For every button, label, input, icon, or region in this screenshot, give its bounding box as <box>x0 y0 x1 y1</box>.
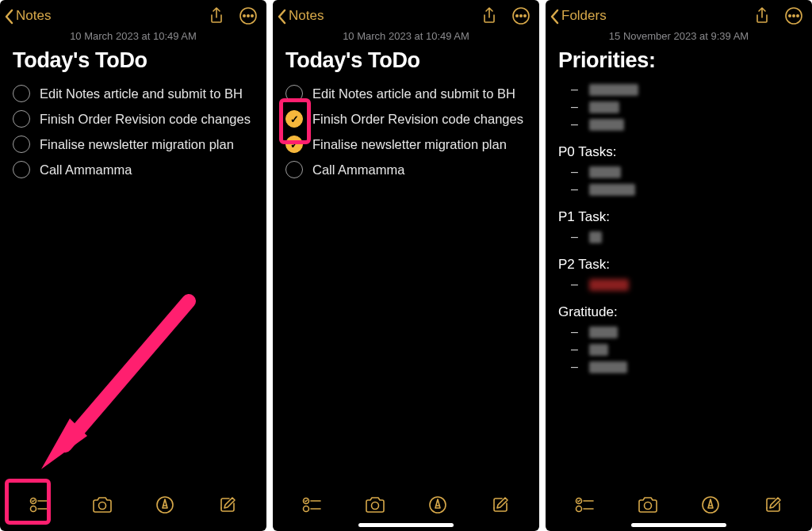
list-item[interactable] <box>558 181 799 198</box>
note-timestamp: 10 March 2023 at 10:49 AM <box>0 29 266 48</box>
checklist-item[interactable]: Finish Order Revision code changes <box>13 106 254 132</box>
svg-point-5 <box>30 506 36 512</box>
header-actions <box>206 6 259 26</box>
checkbox-circle[interactable] <box>285 110 303 128</box>
redacted-text <box>589 361 627 373</box>
back-button[interactable]: Notes <box>278 8 324 24</box>
note-title: Priorities: <box>558 48 799 73</box>
note-title: Today's ToDo <box>285 48 527 73</box>
svg-point-27 <box>797 15 799 17</box>
redacted-text <box>589 166 621 178</box>
checklist-item-label: Call Ammamma <box>40 162 132 178</box>
section-heading: P2 Task: <box>558 257 799 273</box>
section-heading: P0 Tasks: <box>558 144 799 160</box>
checkbox-circle[interactable] <box>13 136 30 153</box>
list-item[interactable] <box>558 323 799 341</box>
checklist-item-label: Finalise newsletter migration plan <box>40 137 234 152</box>
checklist-icon[interactable] <box>574 494 596 516</box>
more-icon[interactable] <box>238 6 259 26</box>
checklist-item-label: Finish Order Revision code changes <box>312 112 523 127</box>
checklist-item[interactable]: Finalise newsletter migration plan <box>13 132 254 157</box>
checklist-item[interactable]: Call Ammamma <box>285 157 527 182</box>
redacted-text <box>589 344 608 356</box>
back-button[interactable]: Notes <box>5 8 51 24</box>
note-title: Today's ToDo <box>13 48 254 73</box>
checklist-item[interactable]: Finish Order Revision code changes <box>285 106 527 132</box>
list-item[interactable] <box>558 81 799 98</box>
section-heading: Gratitude: <box>558 304 799 320</box>
list-item[interactable] <box>558 116 799 133</box>
list-item[interactable] <box>558 163 799 181</box>
checklist-item[interactable]: Edit Notes article and submit to BH <box>285 81 527 106</box>
share-icon[interactable] <box>206 6 227 26</box>
checklist-item[interactable]: Call Ammamma <box>13 157 254 182</box>
home-indicator[interactable] <box>631 523 726 527</box>
note-timestamp: 15 November 2023 at 9:39 AM <box>546 29 812 48</box>
redacted-text <box>589 184 635 196</box>
share-icon[interactable] <box>752 6 772 26</box>
compose-icon[interactable] <box>216 494 239 516</box>
redacted-text <box>589 231 602 243</box>
compose-icon[interactable] <box>762 494 784 516</box>
checklist-item-label: Edit Notes article and submit to BH <box>312 86 515 101</box>
markup-icon[interactable] <box>699 494 722 516</box>
markup-icon[interactable] <box>154 494 176 516</box>
back-button[interactable]: Folders <box>550 8 607 24</box>
checklist-item-label: Call Ammamma <box>312 162 404 178</box>
redacted-text <box>589 101 619 113</box>
svg-point-8 <box>98 502 105 510</box>
svg-point-1 <box>243 15 245 17</box>
svg-point-3 <box>251 15 253 17</box>
svg-point-2 <box>247 15 249 17</box>
camera-icon[interactable] <box>364 494 386 516</box>
svg-point-26 <box>793 15 795 17</box>
note-body[interactable]: Priorities: P0 Tasks:P1 Task:P2 Task:Gra… <box>546 48 812 482</box>
header-actions <box>479 6 531 26</box>
more-icon[interactable] <box>511 6 531 26</box>
section-heading: P1 Task: <box>558 209 799 225</box>
back-label: Notes <box>16 8 51 24</box>
list-item[interactable] <box>558 276 799 293</box>
svg-point-25 <box>789 15 791 17</box>
checklist-icon[interactable] <box>301 494 324 516</box>
chevron-left-icon <box>5 9 14 23</box>
compose-icon[interactable] <box>489 494 511 516</box>
phone-screen-2: Notes 10 March 2023 at 10:49 AM Today's … <box>273 0 539 531</box>
list-item[interactable] <box>558 358 799 376</box>
redacted-text <box>589 279 629 291</box>
list-item[interactable] <box>558 98 799 116</box>
phone-screen-3: Folders 15 November 2023 at 9:39 AM Prio… <box>546 0 812 531</box>
checkbox-circle[interactable] <box>13 85 30 102</box>
list-item[interactable] <box>558 341 799 358</box>
chevron-left-icon <box>550 9 560 23</box>
svg-point-21 <box>371 502 378 510</box>
checkbox-circle[interactable] <box>285 136 303 153</box>
share-icon[interactable] <box>479 6 500 26</box>
note-body[interactable]: Today's ToDo Edit Notes article and subm… <box>0 48 266 482</box>
redacted-text <box>589 119 624 131</box>
checkbox-circle[interactable] <box>13 161 30 178</box>
nav-header: Folders <box>546 0 812 29</box>
home-indicator[interactable] <box>358 523 454 527</box>
checkbox-circle[interactable] <box>285 161 303 178</box>
back-label: Folders <box>561 8 607 24</box>
header-actions <box>752 6 804 26</box>
checkbox-circle[interactable] <box>13 110 30 128</box>
checklist-item[interactable]: Edit Notes article and submit to BH <box>13 81 254 106</box>
redacted-text <box>589 84 638 96</box>
camera-icon[interactable] <box>91 494 113 516</box>
checklist-item-label: Finalise newsletter migration plan <box>312 137 507 152</box>
checklist-icon[interactable] <box>29 494 51 516</box>
camera-icon[interactable] <box>637 494 659 516</box>
markup-icon[interactable] <box>427 494 449 516</box>
more-icon[interactable] <box>783 6 804 26</box>
nav-header: Notes <box>273 0 539 29</box>
svg-point-32 <box>644 502 651 510</box>
checkbox-circle[interactable] <box>285 85 303 102</box>
checklist-item[interactable]: Finalise newsletter migration plan <box>285 132 527 157</box>
list-item[interactable] <box>558 228 799 246</box>
back-label: Notes <box>289 8 324 24</box>
redacted-text <box>589 327 618 338</box>
phone-screen-1: Notes 10 March 2023 at 10:49 AM Today's … <box>0 0 266 531</box>
note-body[interactable]: Today's ToDo Edit Notes article and subm… <box>273 48 539 482</box>
